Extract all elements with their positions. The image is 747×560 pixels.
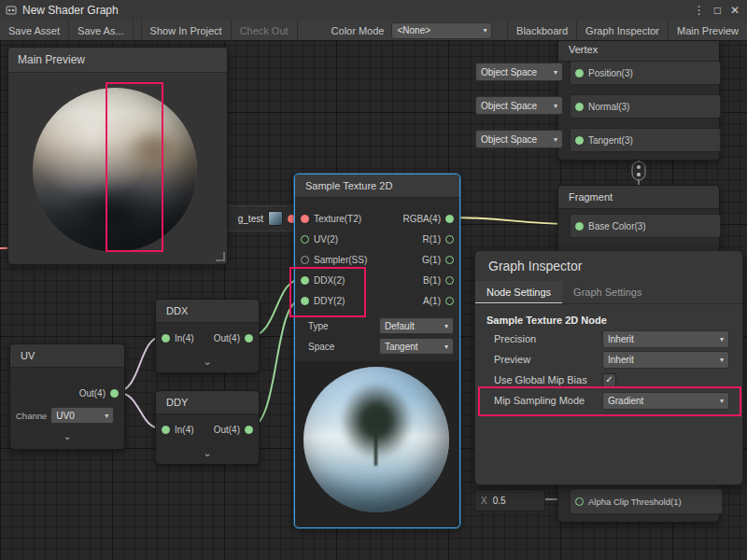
ddy-node-header[interactable]: DDY	[156, 391, 259, 414]
mip-bias-row: Use Global Mip Bias ✓	[486, 370, 731, 390]
tab-node-settings[interactable]: Node Settings	[475, 281, 562, 303]
toolbar: Save Asset Save As... Show In Project Ch…	[0, 21, 747, 41]
ddx-input-port[interactable]	[301, 276, 309, 285]
chevron-down-icon: ▾	[483, 26, 486, 35]
property-name: g_test	[238, 214, 263, 224]
main-preview-toggle-button[interactable]: Main Preview	[668, 21, 747, 40]
alpha-clip-value: 0.5	[493, 496, 506, 506]
preview-dropdown[interactable]: Inherit ▾	[602, 351, 729, 369]
alpha-clip-value-field[interactable]: X 0.5	[474, 489, 545, 511]
b-output-port[interactable]	[445, 276, 454, 285]
sampler-input-label: Sampler(SS)	[314, 255, 367, 265]
fragment-node-header[interactable]: Fragment	[558, 186, 719, 209]
fragment-row-alpha-clip[interactable]: Alpha Clip Threshold(1)	[570, 488, 723, 514]
type-label: Type	[301, 321, 329, 331]
chevron-down-icon: ▾	[554, 102, 557, 110]
uv-expand-toggle[interactable]: ⌄	[10, 430, 124, 441]
show-in-project-button[interactable]: Show In Project	[141, 21, 232, 40]
ddx-in-port[interactable]	[162, 334, 170, 343]
vertex-row-normal[interactable]: Normal(3)	[570, 94, 721, 119]
position-space-dropdown[interactable]: Object Space ▾	[475, 63, 563, 81]
color-mode-label: Color Mode	[324, 21, 392, 40]
main-preview-sphere[interactable]	[33, 88, 197, 252]
uv-out-row: Out(4)	[10, 383, 124, 403]
uv-out-label: Out(4)	[79, 388, 106, 399]
blackboard-toggle-button[interactable]: Blackboard	[507, 21, 576, 40]
uv-channel-dropdown[interactable]: UV0 ▾	[50, 407, 114, 424]
vertex-node-title: Vertex	[569, 44, 598, 55]
save-as-button[interactable]: Save As...	[69, 21, 134, 40]
sampler-input-port[interactable]	[301, 256, 309, 264]
tangent-port[interactable]	[575, 136, 584, 145]
texture-thumbnail	[268, 211, 283, 226]
resize-grip[interactable]	[216, 252, 225, 261]
ddy-in-port[interactable]	[162, 426, 170, 434]
vertex-row-tangent[interactable]: Tangent(3)	[570, 128, 721, 152]
ddx-node-header[interactable]: DDX	[156, 300, 259, 323]
mip-mode-row: Mip Sampling Mode Gradient ▾	[486, 390, 731, 411]
ddy-expand-toggle[interactable]: ⌄	[156, 447, 259, 458]
chevron-down-icon: ▾	[554, 68, 557, 77]
ddy-node[interactable]: DDY In(4) Out(4) ⌄	[155, 390, 260, 465]
sample-texture-2d-node[interactable]: Sample Texture 2D Texture(T2) RGBA(4) UV…	[294, 174, 460, 528]
uv-channel-label: Channe	[16, 411, 47, 421]
sample-node-header[interactable]: Sample Texture 2D	[295, 175, 459, 198]
main-preview-body[interactable]	[8, 73, 227, 263]
vertex-node-header[interactable]: Vertex	[558, 38, 719, 62]
alpha-clip-port[interactable]	[575, 497, 584, 506]
precision-dropdown[interactable]: Inherit ▾	[602, 330, 729, 348]
ddy-input-port[interactable]	[301, 297, 309, 305]
close-button[interactable]: ✕	[730, 4, 740, 17]
uv-node[interactable]: UV Out(4) Channe UV0 ▾ ⌄	[9, 343, 125, 450]
graph-inspector-toggle-button[interactable]: Graph Inspector	[576, 21, 668, 40]
mip-mode-dropdown[interactable]: Gradient ▾	[602, 392, 729, 410]
sample-node-preview[interactable]	[295, 361, 459, 527]
sample-preview-sphere[interactable]	[303, 367, 449, 512]
texture-input-port[interactable]	[301, 215, 309, 223]
a-output-port[interactable]	[445, 297, 454, 305]
rgba-output-port[interactable]	[445, 215, 454, 223]
sample-row-space: Space Tangent ▾	[295, 337, 459, 356]
g-output-port[interactable]	[445, 256, 454, 264]
sample-row-type: Type Default ▾	[295, 316, 459, 335]
tangent-space-dropdown[interactable]: Object Space ▾	[475, 130, 563, 148]
base-color-port[interactable]	[575, 222, 584, 231]
ddx-out-port[interactable]	[245, 334, 253, 343]
house-reflection	[125, 127, 184, 173]
position-port[interactable]	[575, 69, 584, 77]
ddx-expand-toggle[interactable]: ⌄	[156, 356, 259, 367]
vertex-node[interactable]: Vertex Position(3) Normal(3) Tangent(3)	[557, 37, 720, 161]
r-output-label: R(1)	[423, 234, 441, 245]
more-menu-button[interactable]: ⋮	[694, 4, 705, 17]
graph-inspector-panel[interactable]: Graph Inspector Node Settings Graph Sett…	[474, 250, 743, 485]
ddy-row: In(4) Out(4)	[156, 417, 259, 441]
ddx-node[interactable]: DDX In(4) Out(4) ⌄	[155, 299, 260, 373]
color-mode-value: <None>	[397, 25, 430, 35]
uv-input-label: UV(2)	[314, 234, 338, 245]
fragment-row-base-color[interactable]: Base Color(3)	[570, 214, 721, 238]
type-dropdown[interactable]: Default ▾	[379, 317, 454, 334]
r-output-port[interactable]	[445, 235, 454, 244]
space-dropdown[interactable]: Tangent ▾	[379, 338, 454, 355]
ddx-out-label: Out(4)	[214, 333, 240, 343]
main-preview-header[interactable]: Main Preview	[8, 48, 227, 73]
mip-bias-checkbox[interactable]: ✓	[602, 373, 616, 387]
graph-inspector-header[interactable]: Graph Inspector	[475, 251, 742, 281]
ddy-node-title: DDY	[166, 397, 188, 408]
normal-port[interactable]	[575, 103, 584, 111]
tab-graph-settings[interactable]: Graph Settings	[562, 281, 653, 303]
alpha-clip-x-label: X	[481, 496, 487, 506]
checkmark-icon: ✓	[605, 375, 613, 385]
uv-out-port[interactable]	[110, 389, 119, 398]
normal-space-dropdown[interactable]: Object Space ▾	[475, 96, 563, 115]
ddy-out-port[interactable]	[245, 426, 253, 434]
uv-node-header[interactable]: UV	[10, 344, 124, 368]
save-asset-button[interactable]: Save Asset	[0, 21, 69, 40]
main-preview-panel[interactable]: Main Preview	[7, 47, 228, 265]
tree-trunk	[374, 434, 377, 466]
a-output-label: A(1)	[423, 296, 441, 306]
vertex-row-position[interactable]: Position(3)	[570, 61, 721, 85]
maximize-button[interactable]: □	[714, 4, 721, 17]
color-mode-dropdown[interactable]: <None> ▾	[391, 22, 492, 39]
uv-input-port[interactable]	[301, 235, 309, 244]
